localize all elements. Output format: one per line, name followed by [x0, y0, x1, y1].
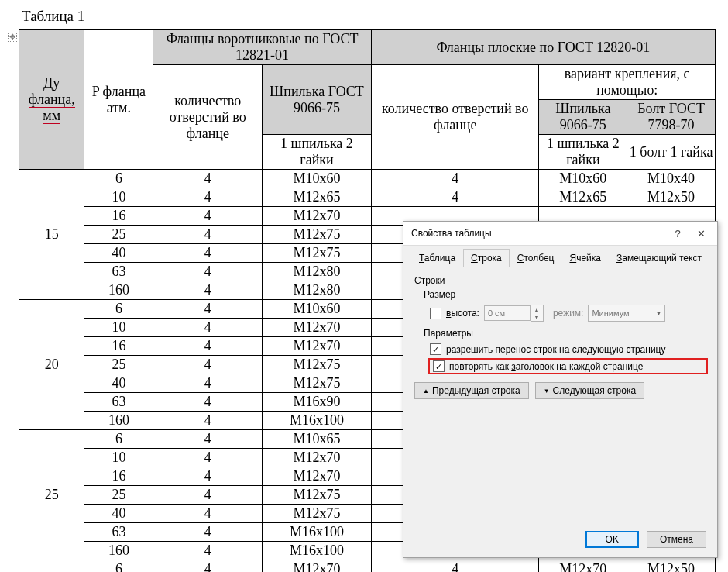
cell: 4 [371, 188, 539, 207]
cell: 4 [153, 467, 263, 486]
hdr-p: P фланца атм. [84, 30, 153, 170]
help-icon[interactable]: ? [666, 222, 689, 244]
group-rows: Строки [414, 275, 706, 286]
spin-down-icon[interactable]: ▼ [531, 313, 543, 321]
table-caption: Таблица 1 [0, 0, 728, 29]
hdr-stud: Шпилька ГОСТ 9066-75 [263, 65, 372, 135]
hdr-group1: Фланцы воротниковые по ГОСТ 12821-01 [153, 30, 372, 65]
tab-4[interactable]: Замещающий текст [609, 249, 709, 267]
cell: 40 [84, 244, 153, 263]
cell: 4 [153, 505, 263, 523]
cell: М12х65 [263, 188, 372, 207]
repeat-header-checkbox[interactable] [433, 360, 445, 372]
chevron-down-icon: ▼ [656, 310, 662, 317]
repeat-header-label: повторять как заголовок на каждой страни… [449, 361, 643, 372]
cell-du: 20 [19, 300, 84, 430]
cell: 4 [153, 356, 263, 374]
cell: М12х50 [627, 188, 716, 207]
close-icon[interactable]: ✕ [689, 222, 713, 244]
dialog-titlebar[interactable]: Свойства таблицы ? ✕ [403, 222, 717, 246]
cell: 4 [153, 263, 263, 281]
tab-0[interactable]: Таблица [411, 249, 463, 267]
cell-du: 15 [19, 170, 84, 300]
tab-1[interactable]: Строка [463, 249, 510, 267]
cell: М10х60 [263, 300, 372, 319]
cell: 63 [84, 523, 153, 542]
cell: М10х60 [263, 170, 372, 188]
cell: М16х100 [263, 523, 372, 542]
cancel-button[interactable]: Отмена [647, 531, 706, 548]
tab-2[interactable]: Столбец [510, 249, 562, 267]
cell: 6 [84, 170, 153, 188]
cell: 10 [84, 319, 153, 337]
mode-select[interactable]: Минимум▼ [588, 305, 665, 322]
dialog-tabs: ТаблицаСтрокаСтолбецЯчейкаЗамещающий тек… [403, 246, 717, 267]
cell: М16х100 [263, 412, 372, 430]
cell: М12х70 [263, 337, 372, 356]
cell: 4 [153, 244, 263, 263]
next-row-button[interactable]: ▼Следующая строка [535, 382, 644, 399]
cell: 4 [153, 207, 263, 226]
cell: 4 [153, 449, 263, 467]
cell: 4 [153, 337, 263, 356]
table-properties-dialog: Свойства таблицы ? ✕ ТаблицаСтрокаСтолбе… [403, 221, 718, 558]
hdr-du: Ду фланца, мм [19, 30, 84, 170]
table-anchor-icon[interactable]: ✥ [8, 33, 17, 42]
cell: 10 [84, 449, 153, 467]
group-params: Параметры [424, 328, 706, 339]
hdr-holes2: количество отверстий во фланце [371, 65, 539, 170]
cell: 10 [84, 188, 153, 207]
cell: 40 [84, 374, 153, 393]
cell: М12х80 [263, 263, 372, 281]
cell: 25 [84, 226, 153, 244]
cell: 4 [153, 319, 263, 337]
cell: М12х75 [263, 226, 372, 244]
cell: М10х60 [539, 170, 627, 188]
allow-break-checkbox[interactable] [430, 343, 441, 355]
cell-du [19, 560, 84, 573]
height-label: высота: [446, 308, 479, 319]
height-checkbox[interactable] [430, 308, 441, 319]
cell: 4 [153, 393, 263, 412]
height-spinner[interactable]: ▲▼ [484, 305, 544, 322]
cell: М12х70 [263, 319, 372, 337]
cell: 160 [84, 542, 153, 560]
cell: М12х75 [263, 356, 372, 374]
cell-du: 25 [19, 430, 84, 560]
cell: 4 [153, 374, 263, 393]
prev-row-button[interactable]: ▲Предыдущая строка [414, 382, 529, 399]
cell: 6 [84, 300, 153, 319]
hdr-v2: Болт ГОСТ 7798-70 [627, 100, 716, 135]
cell: М12х70 [263, 449, 372, 467]
cell: М10х65 [263, 430, 372, 449]
hdr-holes1: количество отверстий во фланце [153, 65, 263, 170]
tab-3[interactable]: Ячейка [562, 249, 610, 267]
cell: 4 [153, 170, 263, 188]
cell: 63 [84, 263, 153, 281]
group-size: Размер [424, 289, 706, 300]
cell: М12х70 [263, 560, 372, 573]
cell: 25 [84, 356, 153, 374]
cell: 4 [153, 412, 263, 430]
cell: 6 [84, 430, 153, 449]
cell: 4 [153, 226, 263, 244]
hdr-stud-sub: 1 шпилька 2 гайки [263, 135, 372, 170]
triangle-up-icon: ▲ [423, 388, 429, 395]
cell: 160 [84, 281, 153, 300]
cell: М12х70 [263, 467, 372, 486]
cell: 4 [153, 560, 263, 573]
cell: 160 [84, 412, 153, 430]
spin-up-icon[interactable]: ▲ [531, 305, 543, 313]
table-row: 104М12х654М12х65М12х50 [19, 188, 716, 207]
hdr-v1-sub: 1 шпилька 2 гайки [539, 135, 627, 170]
mode-label: режим: [553, 308, 584, 319]
cell: 4 [153, 523, 263, 542]
hdr-variant: вариант крепления, с помощью: [539, 65, 716, 100]
cell: 4 [153, 281, 263, 300]
cell: М12х80 [263, 281, 372, 300]
ok-button[interactable]: OK [585, 531, 639, 548]
cell: 4 [153, 188, 263, 207]
cell: М12х70 [263, 207, 372, 226]
cell: 4 [153, 430, 263, 449]
cell: М12х75 [263, 486, 372, 505]
